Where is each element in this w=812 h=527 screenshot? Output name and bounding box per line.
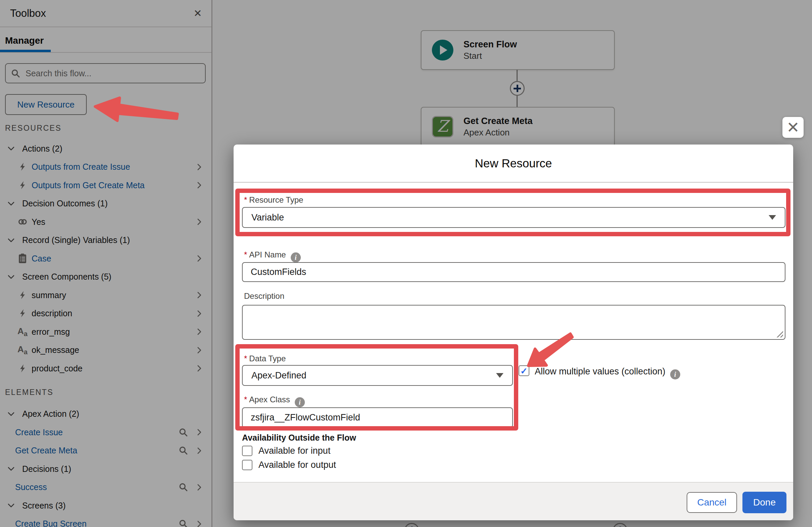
required-asterisk: *	[244, 395, 247, 404]
description-textarea[interactable]	[242, 305, 785, 340]
api-name-label: *API Name	[244, 250, 301, 263]
divider	[234, 182, 793, 183]
info-icon[interactable]	[295, 397, 305, 407]
new-resource-modal: New Resource *Resource Type Variable *AP…	[234, 145, 793, 520]
data-type-label: *Data Type	[244, 354, 286, 364]
available-for-output-label: Available for output	[259, 460, 336, 470]
allow-multiple-label: Allow multiple values (collection)	[535, 366, 680, 379]
required-asterisk: *	[244, 354, 247, 363]
resource-type-label: *Resource Type	[244, 195, 303, 205]
flow-builder-app: Toolbox ✕ Manager New Resource RESOURCES…	[0, 0, 812, 527]
available-for-output-row: Available for output	[242, 460, 336, 470]
dropdown-arrow-icon	[496, 373, 504, 378]
allow-multiple-checkbox[interactable]: ✓	[519, 365, 530, 376]
resource-type-select[interactable]: Variable	[242, 207, 785, 228]
availability-heading: Availability Outside the Flow	[242, 433, 356, 443]
apex-class-label: *Apex Class	[244, 395, 305, 407]
modal-title: New Resource	[234, 157, 793, 170]
modal-close-button[interactable]: ✕	[782, 117, 803, 138]
required-asterisk: *	[244, 195, 247, 204]
info-icon[interactable]	[291, 252, 301, 263]
api-name-input[interactable]	[242, 262, 785, 282]
apex-class-input[interactable]	[242, 407, 513, 428]
available-for-input-label: Available for input	[259, 446, 330, 456]
required-asterisk: *	[244, 250, 247, 259]
data-type-value: Apex-Defined	[251, 370, 306, 381]
done-button[interactable]: Done	[742, 492, 786, 513]
modal-footer: Cancel Done	[234, 482, 793, 520]
data-type-select[interactable]: Apex-Defined	[242, 365, 513, 386]
resize-handle-icon[interactable]	[776, 330, 783, 337]
resource-type-value: Variable	[251, 213, 284, 223]
description-label: Description	[244, 291, 284, 301]
checkmark-icon: ✓	[520, 366, 528, 376]
dropdown-arrow-icon	[769, 215, 776, 220]
available-for-input-checkbox[interactable]	[242, 446, 252, 456]
available-for-input-row: Available for input	[242, 446, 330, 456]
info-icon[interactable]	[670, 369, 680, 379]
available-for-output-checkbox[interactable]	[242, 460, 252, 470]
cancel-button[interactable]: Cancel	[687, 492, 737, 513]
